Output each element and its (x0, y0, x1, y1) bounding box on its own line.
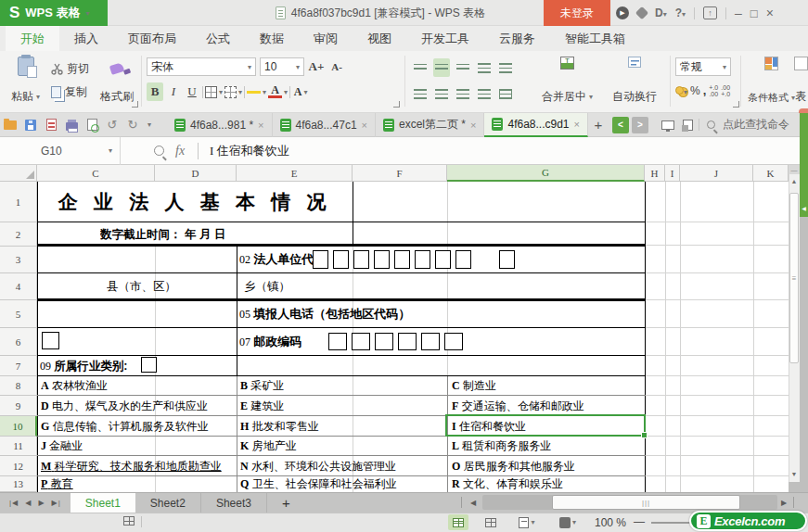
tab-review[interactable]: 审阅 (299, 26, 353, 51)
comma-button[interactable]: , (703, 83, 707, 97)
help-button[interactable]: ?▾ (675, 6, 686, 19)
scroll-left-button[interactable]: ◀ (467, 495, 480, 510)
cell-G12[interactable]: O 居民服务和其他服务业 (452, 456, 642, 476)
maximize-button[interactable]: □ (750, 6, 758, 20)
last-sheet-button[interactable]: ▶| (52, 499, 61, 507)
paste-button[interactable]: 粘贴▾ (7, 55, 44, 107)
sheet-tab-sheet2[interactable]: Sheet2 (135, 493, 201, 513)
cell-E13[interactable]: Q 卫生、社会保障和社会福利业 (240, 476, 444, 492)
close-icon[interactable]: × (362, 120, 367, 131)
tab-page-layout[interactable]: 页面布局 (113, 26, 191, 51)
col-header-E[interactable]: E (237, 165, 353, 182)
fx-button[interactable]: fx (175, 144, 185, 158)
next-sheet-button[interactable]: ▶ (38, 499, 45, 507)
cell-title[interactable]: 企 业 法 人 基 本 情 况 (37, 182, 353, 222)
session-window-button[interactable] (658, 116, 678, 134)
row-header-7[interactable]: 7 (0, 356, 37, 376)
col-header-I[interactable]: I (665, 165, 680, 182)
col-header-K[interactable]: K (753, 165, 789, 182)
col-header-C[interactable]: C (37, 165, 155, 182)
print-preview-button[interactable] (82, 116, 102, 134)
wrap-text-button[interactable]: 自动换行 (609, 55, 661, 107)
split-handle[interactable]: — (789, 165, 800, 174)
decrease-indent-button[interactable] (476, 58, 493, 77)
align-top-button[interactable] (412, 58, 429, 77)
cell-G8[interactable]: C 制造业 (452, 376, 642, 396)
doc-tab-1[interactable]: 4f6a8...981 * × (167, 113, 273, 137)
select-all-corner[interactable] (0, 165, 37, 182)
doc-tab-3[interactable]: excel第二页 * × (376, 113, 484, 137)
play-icon[interactable]: ▶ (616, 6, 629, 19)
close-icon[interactable]: × (258, 120, 263, 131)
font-color-button[interactable]: A▾ (268, 82, 288, 101)
cell-date-line[interactable]: 数字截止时间： 年 月 日 (100, 222, 341, 247)
reading-view-button[interactable]: ▾ (554, 514, 582, 530)
feedback-button[interactable]: D▾ (655, 6, 667, 19)
prev-sheet-button[interactable]: ◀ (25, 499, 32, 507)
cell-county[interactable]: 县（市、区） (107, 273, 218, 300)
row-header-2[interactable]: 2 (0, 222, 37, 247)
selected-cell-outline[interactable] (445, 414, 646, 437)
decrease-decimal-button[interactable]: .00+.0 (721, 84, 730, 97)
group-expander-icon[interactable] (393, 101, 400, 108)
row-header-4[interactable]: 4 (0, 273, 37, 300)
tab-cloud[interactable]: 云服务 (484, 26, 550, 51)
quickbar-dropdown[interactable]: ▾ (143, 116, 156, 134)
next-tab-button[interactable]: > (632, 117, 648, 133)
row-header-3[interactable]: 3 (0, 247, 37, 273)
tab-home[interactable]: 开始 (6, 26, 59, 51)
copy-button[interactable]: 复制 (51, 84, 89, 100)
horizontal-scroll-thumb[interactable]: ||| (552, 495, 740, 510)
align-center-button[interactable] (433, 84, 450, 103)
col-header-H[interactable]: H (645, 165, 665, 182)
save-button[interactable] (20, 116, 41, 134)
increase-decimal-button[interactable]: +.0.00 (709, 84, 718, 97)
close-icon[interactable]: × (470, 120, 476, 131)
tab-data[interactable]: 数据 (245, 26, 299, 51)
underline-button[interactable]: U (184, 82, 200, 101)
tab-insert[interactable]: 插入 (59, 26, 113, 51)
draw-border-button[interactable]: ▾ (224, 82, 242, 101)
cell-phone[interactable]: 05 填报人电话（包括地区代码） (239, 300, 481, 328)
tab-smart-toolbox[interactable]: 智能工具箱 (550, 26, 640, 51)
row-header-13[interactable]: 13 (0, 476, 37, 492)
col-header-J[interactable]: J (680, 165, 753, 182)
cell-E11[interactable]: K 房地产业 (240, 437, 444, 456)
clear-format-button[interactable]: A▾ (292, 82, 309, 101)
formula-input[interactable]: I 住宿和餐饮业 (199, 143, 289, 159)
sheet-tab-sheet1[interactable]: Sheet1 (71, 493, 135, 513)
tab-developer[interactable]: 开发工具 (406, 26, 484, 51)
doc-tab-4-active[interactable]: 4f6a8...c9d1 × (484, 113, 588, 137)
redo-button[interactable]: ↻ (122, 116, 143, 134)
scroll-up-button[interactable]: ▲ (789, 174, 800, 187)
close-icon[interactable]: × (574, 119, 580, 130)
cell-C8[interactable]: A 农林牧渔业 (41, 376, 234, 396)
wps-logo[interactable]: S WPS 表格 ▾ (0, 0, 108, 26)
prev-tab-button[interactable]: < (612, 117, 629, 133)
cell-E9[interactable]: E 建筑业 (240, 396, 444, 416)
cut-button[interactable]: 剪切 (51, 61, 89, 77)
cell-C13[interactable]: P 教育 (41, 476, 234, 492)
cell-E12[interactable]: N 水利、环境和公共设施管理业 (240, 456, 444, 476)
col-header-D[interactable]: D (155, 165, 237, 182)
row-header-9[interactable]: 9 (0, 396, 37, 416)
doc-tab-2[interactable]: 4f6a8...47c1 × (273, 113, 377, 137)
zoom-slider[interactable] (651, 522, 692, 524)
shrink-font-button[interactable]: A- (328, 57, 345, 76)
font-family-select[interactable]: 宋体 ▾ (147, 57, 256, 76)
distribute-button[interactable] (497, 84, 514, 103)
italic-button[interactable]: I (165, 82, 182, 101)
merge-center-button[interactable]: T 合并居中▾ (538, 55, 596, 107)
conditional-format-button[interactable]: 条件格式▾ (744, 55, 799, 107)
close-button[interactable]: × (766, 6, 774, 20)
add-sheet-button[interactable]: + (267, 493, 305, 513)
percent-button[interactable]: % (690, 84, 700, 97)
align-bottom-button[interactable] (455, 58, 471, 77)
row-header-10[interactable]: 10 (0, 416, 37, 437)
font-size-select[interactable]: 10 ▾ (260, 57, 304, 76)
align-right-button[interactable] (455, 84, 471, 103)
tab-formulas[interactable]: 公式 (191, 26, 245, 51)
page-layout-view-button[interactable]: ▾ (513, 514, 541, 530)
cell-E10[interactable]: H 批发和零售业 (240, 416, 444, 437)
tab-view[interactable]: 视图 (353, 26, 406, 51)
